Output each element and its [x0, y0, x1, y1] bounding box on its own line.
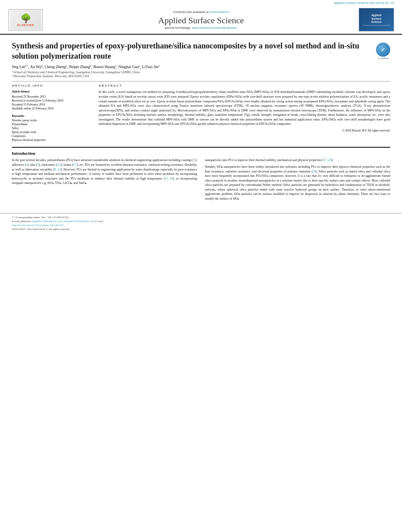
elsevier-logo-box: 🌳 ELSEVIER [8, 9, 43, 31]
ref-4-5[interactable]: 4,5 [57, 163, 61, 167]
keyword-4: Epoxy acrylate resin [12, 130, 91, 134]
affiliation-b: ᵇ Worcester Polytechnic Institute, Worce… [12, 74, 390, 78]
available-date: Available online 22 February 2014 [12, 107, 91, 110]
contents-line: Contents lists available at ScienceDirec… [51, 10, 351, 14]
intro-col-left: In the past several decades, polyurethan… [12, 158, 197, 203]
footer: * * Corresponding author. Tel.: +86 137 … [0, 213, 402, 234]
content-area: Synthesis and properties of epoxy-polyur… [0, 35, 402, 207]
citation-line: Applied Surface Science 303 (2014) 67–75 [0, 0, 402, 5]
header-center: Contents lists available at ScienceDirec… [43, 10, 359, 30]
ref-24[interactable]: 24 [313, 170, 316, 173]
journal-title-header: Applied Surface Science [51, 15, 351, 26]
keyword-1: Novolac epoxy resins [12, 119, 91, 122]
ref-1[interactable]: 1 [194, 158, 195, 162]
article-history: Article history: Received 25 November 20… [12, 90, 91, 110]
abstract-label: ABSTRACT [99, 84, 390, 87]
affiliations: ᵃ School of Chemistry and Chemical Engin… [12, 70, 390, 78]
issn-line: 0169-4332/© 2014 Elsevier B.V. All right… [12, 228, 390, 231]
crossmark-badge: ✓ CrossMark [376, 43, 390, 57]
sciencedirect-link[interactable]: ScienceDirect [210, 10, 229, 14]
abstract-column: ABSTRACT In this work, a novel nonaqueou… [99, 84, 390, 142]
elsevier-tree-icon: 🌳 [20, 13, 31, 24]
intro-col-right: nanoparticles into PUs to improve their … [205, 158, 390, 203]
abstract-paragraph: In this work, a novel nonaqueous sol met… [99, 90, 390, 126]
received-date: Received 25 November 2013 [12, 95, 91, 98]
copyright-line: © 2014 Elsevier B.V. All rights reserved… [99, 129, 390, 132]
journal-header: 🌳 ELSEVIER Contents lists available at S… [0, 5, 402, 35]
email-2[interactable]: linjin001120043@163.com [64, 220, 94, 223]
article-info-abstract: ARTICLE INFO Article history: Received 2… [12, 84, 390, 142]
affiliation-a: ᵃ School of Chemistry and Chemical Engin… [12, 70, 390, 74]
doi-link[interactable]: http://dx.doi.org/10.1016/j.apsusc.2014.… [12, 224, 63, 227]
ref-3[interactable]: 3 [37, 163, 39, 167]
article-title: Synthesis and properties of epoxy-polyur… [12, 41, 372, 61]
article-history-title: Article history: [12, 90, 91, 93]
intro-para-right: nanoparticles into PUs to improve their … [205, 158, 390, 163]
keywords-section: Keywords: Novolac epoxy resins Polyureth… [12, 114, 91, 142]
header-divider [12, 81, 390, 82]
journal-logo-right: AppliedSurfaceScience [359, 8, 394, 32]
article-info-label: ARTICLE INFO [12, 84, 91, 87]
author-xu-wu: Xu Wua [30, 65, 43, 69]
elsevier-logo-img: 🌳 ELSEVIER [10, 10, 41, 30]
introduction-section: Introduction In the past several decades… [12, 147, 390, 203]
author-peipei-zhang: Peipei Zhangb [69, 65, 91, 69]
ref-17-23[interactable]: 17–23 [324, 158, 331, 162]
intro-para-left: In the past several decades, polyurethan… [12, 158, 197, 185]
homepage-line: journal homepage: www.elsevier.com/locat… [51, 26, 351, 30]
page: Applied Surface Science 303 (2014) 67–75… [0, 0, 402, 532]
keywords-label: Keywords: [12, 114, 91, 118]
received-revised-date: Received in revised form 12 February 201… [12, 99, 91, 102]
keyword-2: Polyurethane [12, 122, 91, 126]
article-info-column: ARTICLE INFO Article history: Received 2… [12, 84, 91, 142]
ref-8-12[interactable]: 8–12 [54, 168, 61, 171]
author-jing-lin: Jing Lina,* [12, 65, 28, 69]
email-1[interactable]: linjin001120043@126.com, [32, 220, 63, 223]
article-title-section: Synthesis and properties of epoxy-polyur… [12, 39, 390, 61]
author-liyazi-jin: LiYazi Jina [142, 65, 159, 69]
homepage-label: journal homepage: [165, 26, 191, 30]
intro-text-right: nanoparticles into PUs to improve their … [205, 158, 390, 201]
keyword-5: Composites [12, 134, 91, 138]
ref-2[interactable]: 2 [26, 163, 28, 167]
journal-logo-title: AppliedSurfaceScience [371, 14, 382, 24]
intro-para-right-2: Notably, SiO₂ nanoparticles have been wi… [205, 165, 390, 201]
elsevier-wordmark: ELSEVIER [17, 24, 34, 26]
email-author: (J. Lin). [95, 220, 103, 223]
accepted-date: Accepted 13 February 2014 [12, 103, 91, 106]
ref-6-7[interactable]: 6,7 [73, 163, 77, 167]
ref-13-16[interactable]: 13–16 [165, 177, 173, 180]
intro-text-left: In the past several decades, polyurethan… [12, 158, 197, 185]
keyword-3: Silica [12, 126, 91, 130]
corresponding-text: * Corresponding author. Tel.: +86 137 98… [14, 216, 69, 219]
citation-text: Applied Surface Science 303 (2014) 67–75 [334, 1, 394, 5]
abstract-text: In this work, a novel nonaqueous sol met… [99, 90, 390, 126]
crossmark-icon: ✓ [376, 43, 390, 57]
author-bowei-huang: Bowei Huanga [93, 65, 116, 69]
author-cheng-zheng: Cheng Zhenga [45, 65, 67, 69]
crossmark-label: CrossMark [376, 57, 390, 59]
authors-line: Jing Lina,*, Xu Wua, Cheng Zhenga, Peipe… [12, 64, 390, 69]
homepage-url[interactable]: www.elsevier.com/locate/apsusc [192, 26, 237, 30]
author-ninghai-guo: Ninghai Guoa [118, 65, 140, 69]
corresponding-note: * * Corresponding author. Tel.: +86 137 … [12, 216, 390, 219]
journal-logo-lines [363, 25, 390, 26]
elsevier-logo: 🌳 ELSEVIER [8, 9, 43, 31]
contents-text: Contents lists available at [173, 10, 209, 14]
email-label: E-mail addresses: [12, 220, 32, 223]
keyword-6: Physico-chemical properties [12, 138, 91, 142]
introduction-title: Introduction [12, 151, 390, 156]
intro-two-col: In the past several decades, polyurethan… [12, 158, 390, 203]
doi-line: http://dx.doi.org/10.1016/j.apsusc.2014.… [12, 224, 390, 227]
email-line: E-mail addresses: linjin001120043@126.co… [12, 220, 390, 223]
